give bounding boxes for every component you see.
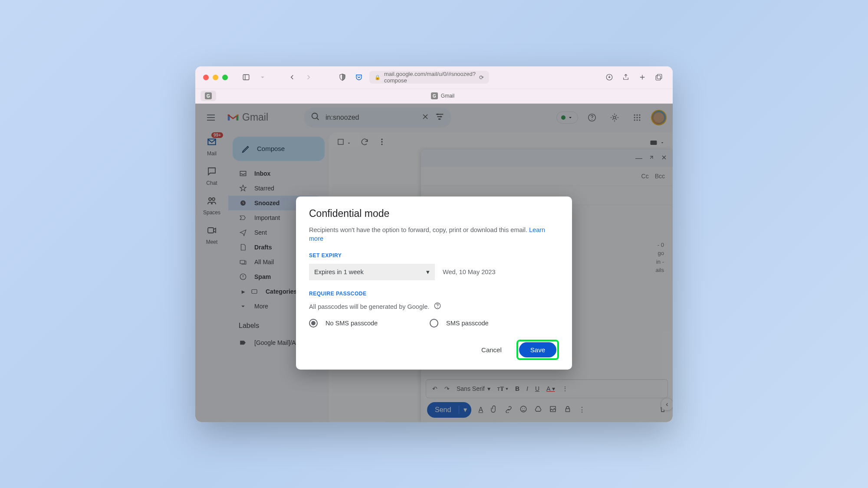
send-options-icon[interactable]: ▾ [459,406,471,414]
share-icon[interactable] [620,71,632,83]
input-tools-icon[interactable] [649,138,665,147]
font-select[interactable]: Sans Serif▾ [457,385,490,392]
svg-rect-4 [656,75,661,80]
support-icon[interactable] [583,109,601,126]
underline-icon[interactable]: U [535,385,539,392]
nav-inbox[interactable]: Inbox [228,166,323,181]
account-avatar[interactable] [651,110,667,125]
svg-point-18 [634,119,635,121]
dialog-title: Confidential mode [309,208,559,219]
bcc-link[interactable]: Bcc [655,173,665,180]
tabs-icon[interactable] [653,71,665,83]
more-options-icon[interactable]: ⋮ [579,406,585,414]
clock-icon [239,199,247,207]
rail-spaces[interactable]: Spaces [203,194,220,216]
gmail-logo[interactable]: Gmail [227,111,268,123]
status-chip[interactable] [556,111,578,124]
expand-icon[interactable] [648,154,654,162]
svg-point-28 [381,138,383,140]
minimize-icon[interactable]: — [635,154,642,162]
side-panel-toggle[interactable]: ‹ [661,398,673,411]
close-compose-icon[interactable] [661,154,667,163]
sms-radio[interactable]: SMS passcode [430,319,489,328]
svg-point-17 [639,117,640,118]
address-bar[interactable]: 🔒 mail.google.com/mail/u/0/#snoozed?comp… [369,71,489,84]
confidential-icon[interactable] [564,405,572,415]
sidebar-toggle-icon[interactable] [240,71,252,83]
set-expiry-label: SET EXPIRY [309,252,559,259]
send-button[interactable]: Send▾ [427,402,471,418]
minimize-window-button[interactable] [213,75,218,80]
undo-icon[interactable]: ↶ [432,385,437,392]
expiry-select[interactable]: Expires in 1 week ▾ [309,264,435,280]
shield-icon[interactable] [336,71,349,83]
chevron-right-icon: ▸ [239,288,247,295]
maximize-window-button[interactable] [222,75,228,80]
inbox-icon [239,170,247,177]
compose-actions: Send▾ A ⋮ [421,398,673,422]
search-input[interactable] [326,114,416,121]
text-format-icon[interactable]: A [478,406,483,414]
link-icon[interactable] [505,405,513,415]
chevron-down-icon[interactable] [256,71,269,83]
redo-icon[interactable]: ↷ [444,385,450,392]
window-controls [203,75,228,80]
image-icon[interactable] [549,405,557,415]
svg-point-8 [438,118,440,120]
dialog-description: Recipients won't have the option to forw… [309,226,559,243]
svg-rect-0 [243,75,249,80]
new-tab-icon[interactable] [636,71,648,83]
back-button[interactable] [286,71,298,83]
select-checkbox[interactable] [337,138,352,147]
save-button[interactable]: Save [519,342,556,357]
rail-mail[interactable]: 99+ Mail [205,135,219,157]
font-size-icon[interactable]: т𝐓 ▾ [497,385,508,393]
apps-icon[interactable] [628,109,646,126]
refresh-icon[interactable] [360,138,369,148]
italic-icon[interactable]: I [526,385,528,392]
nav-starred[interactable]: Starred [228,181,323,196]
allmail-icon [239,258,247,266]
drive-icon[interactable] [534,405,542,415]
text-color-icon[interactable]: A ▾ [546,385,555,392]
clear-search-icon[interactable] [421,112,430,123]
search-options-icon[interactable] [435,112,444,123]
pinned-tab[interactable]: G [201,91,216,101]
pocket-icon[interactable] [353,71,365,83]
more-icon[interactable] [378,138,386,148]
svg-point-22 [212,198,215,200]
require-passcode-label: REQUIRE PASSCODE [309,291,559,297]
search-bar[interactable] [304,108,451,128]
help-icon[interactable] [434,302,441,311]
cc-link[interactable]: Cc [641,173,649,180]
app-rail: 99+ Mail Chat Spaces Meet [195,131,228,422]
downloads-icon[interactable] [603,71,615,83]
close-window-button[interactable] [203,75,209,80]
recipients-row[interactable]: Cc Bcc [421,167,673,186]
main-menu-button[interactable] [201,108,220,127]
pencil-icon [241,144,251,154]
more-formatting-icon[interactable]: ⋮ [562,385,568,392]
browser-tab-gmail[interactable]: G Gmail [427,91,459,101]
compose-button[interactable]: Compose [233,137,325,161]
forward-button[interactable] [302,71,315,83]
body-snippet: - 0goin -ails [647,241,664,275]
reload-icon[interactable]: ⟳ [479,74,484,81]
bold-icon[interactable]: B [515,385,519,392]
settings-icon[interactable] [606,109,623,126]
rail-meet[interactable]: Meet [205,223,219,245]
passcode-note: All passcodes will be generated by Googl… [309,302,559,311]
important-icon [239,214,247,222]
expiry-date: Wed, 10 May 2023 [443,269,495,275]
gmail-wordmark: Gmail [242,111,268,123]
no-sms-radio[interactable]: No SMS passcode [309,319,378,328]
emoji-icon[interactable] [519,405,527,415]
rail-chat[interactable]: Chat [205,164,219,186]
svg-point-38 [437,307,438,308]
gmail-header: Gmail [195,104,673,131]
cancel-button[interactable]: Cancel [475,343,508,357]
attach-icon[interactable] [490,405,498,415]
svg-point-6 [437,113,439,115]
confidential-mode-dialog: Confidential mode Recipients won't have … [296,197,572,370]
url-text: mail.google.com/mail/u/0/#snoozed?compos… [384,71,476,84]
